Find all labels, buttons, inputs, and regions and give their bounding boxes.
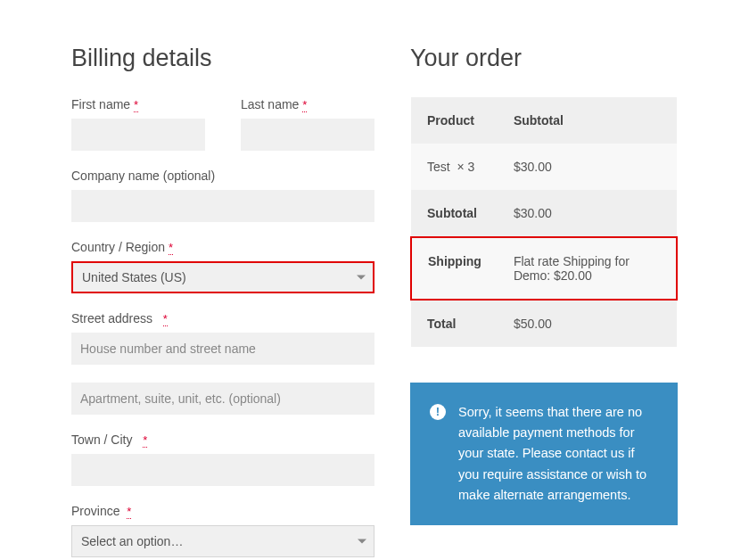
country-selected-value: United States (US) (82, 270, 186, 284)
last-name-label: Last name * (241, 97, 374, 111)
info-icon: ! (430, 404, 446, 420)
payment-notice: ! Sorry, it seems that there are no avai… (410, 383, 678, 525)
street-address-2-input[interactable] (71, 383, 374, 415)
total-value: $50.00 (498, 300, 677, 347)
shipping-value: Flat rate Shipping for Demo: $20.00 (498, 237, 677, 300)
billing-title: Billing details (71, 45, 374, 72)
notice-text: Sorry, it seems that there are no availa… (458, 402, 658, 506)
line-item-total: $30.00 (498, 144, 677, 190)
subtotal-value: $30.00 (498, 190, 677, 237)
first-name-label: First name * (71, 97, 205, 111)
order-summary-table: Product Subtotal Test × 3 $30.00 Subtota… (410, 97, 678, 347)
required-marker: * (163, 312, 168, 326)
line-item-name: Test (427, 160, 450, 174)
order-line-item: Test × 3 $30.00 (411, 144, 677, 190)
province-label: Province * (71, 504, 374, 518)
company-input[interactable] (71, 190, 374, 222)
last-name-input[interactable] (241, 119, 374, 151)
country-select[interactable]: United States (US) (71, 261, 374, 293)
required-marker: * (169, 241, 173, 255)
city-label: Town / City * (71, 432, 374, 447)
country-label: Country / Region * (71, 240, 374, 254)
street-address-1-input[interactable] (71, 333, 374, 365)
required-marker: * (134, 98, 138, 112)
province-placeholder: Select an option… (81, 534, 183, 548)
order-total-row: Total $50.00 (411, 300, 677, 347)
required-marker: * (143, 433, 147, 448)
required-marker: * (302, 98, 307, 112)
total-label: Total (411, 300, 498, 347)
city-input[interactable] (71, 454, 374, 486)
subtotal-label: Subtotal (411, 190, 498, 237)
order-shipping-row: Shipping Flat rate Shipping for Demo: $2… (411, 237, 677, 300)
order-header-product: Product (411, 97, 498, 144)
street-label: Street address * (71, 311, 374, 325)
order-subtotal-row: Subtotal $30.00 (411, 190, 677, 237)
first-name-input[interactable] (71, 119, 205, 151)
order-header-subtotal: Subtotal (498, 97, 677, 144)
shipping-label: Shipping (411, 237, 498, 300)
chevron-down-icon (358, 539, 366, 544)
order-title: Your order (410, 45, 678, 72)
required-marker: * (127, 505, 131, 519)
company-label: Company name (optional) (71, 169, 374, 183)
province-select[interactable]: Select an option… (71, 525, 374, 557)
chevron-down-icon (357, 276, 366, 280)
line-item-qty: × 3 (457, 160, 474, 174)
